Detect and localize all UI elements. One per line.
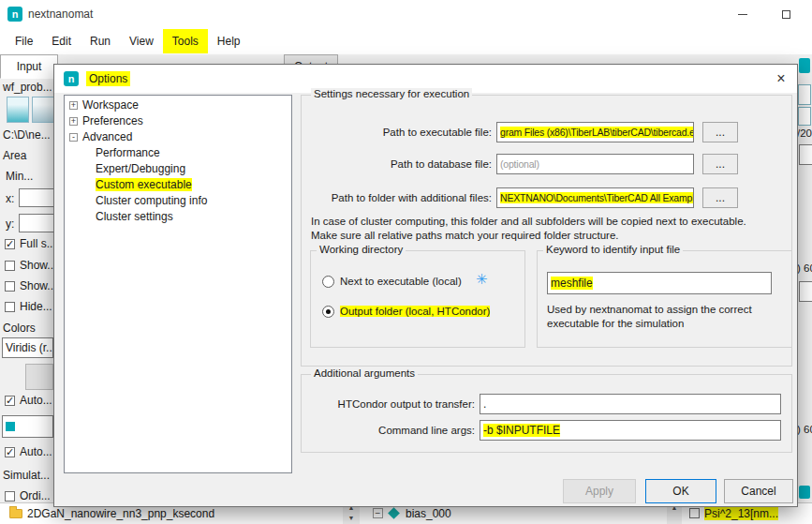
full-scale-label: Full s... bbox=[20, 237, 56, 250]
auto1-checkbox[interactable] bbox=[5, 396, 15, 406]
min-label: Min... bbox=[6, 170, 33, 183]
folder-path-input[interactable]: NEXTNANO\Documents\TiberCAD All Examples bbox=[496, 187, 694, 208]
options-dialog: n Options × Workspace Preferences Advanc… bbox=[53, 64, 798, 507]
hide-checkbox[interactable] bbox=[5, 302, 15, 312]
maximize-icon bbox=[782, 10, 790, 19]
next-to-executable-radio[interactable] bbox=[322, 276, 334, 288]
expander-icon[interactable] bbox=[69, 101, 78, 110]
htcondor-output-label: HTCondor output to transfer: bbox=[302, 394, 475, 414]
db-browse-button[interactable]: ... bbox=[702, 154, 738, 174]
area-label: Area bbox=[3, 149, 26, 162]
tree-item-performance[interactable]: Performance bbox=[96, 146, 160, 159]
minimize-button[interactable] bbox=[721, 0, 764, 28]
bias-item[interactable]: bias_000 bbox=[406, 507, 451, 520]
working-directory-title: Working directory bbox=[317, 244, 406, 255]
keyword-group: Keyword to identify input file meshfile … bbox=[537, 250, 792, 348]
psi-item[interactable]: Psi^2_13[nm... bbox=[704, 507, 778, 520]
menu-edit[interactable]: Edit bbox=[42, 29, 81, 53]
thumbnail-chart-icon[interactable] bbox=[7, 97, 29, 123]
colormap-select[interactable]: Viridis (r... bbox=[2, 337, 53, 358]
output-folder-radio[interactable] bbox=[322, 306, 334, 318]
folder-icon bbox=[9, 509, 22, 518]
close-icon[interactable]: × bbox=[763, 65, 799, 92]
working-directory-group: Working directory Next to executable (lo… bbox=[310, 250, 525, 348]
teal-fragment-icon bbox=[799, 486, 810, 499]
menu-bar: File Edit Run View Tools Help bbox=[0, 28, 812, 54]
keyword-desc-line2: executable for the simulation bbox=[547, 318, 684, 329]
db-path-label: Path to database file: bbox=[306, 154, 492, 174]
tree-item-preferences[interactable]: Preferences bbox=[82, 114, 143, 127]
htcondor-output-value: . bbox=[483, 397, 486, 411]
colorbar-preview bbox=[25, 364, 53, 390]
command-line-args-input[interactable]: -b $INPUTFILE bbox=[480, 420, 781, 441]
menu-view[interactable]: View bbox=[120, 29, 163, 53]
db-path-input[interactable]: (optional) bbox=[496, 154, 694, 174]
tree-item-cluster-settings[interactable]: Cluster settings bbox=[96, 210, 173, 223]
toolbar-fragment-icon bbox=[799, 58, 810, 73]
show1-label: Show... bbox=[20, 259, 56, 272]
window-title: nextnanomat bbox=[28, 7, 93, 21]
cluster-note-line1: In case of cluster computing, this folde… bbox=[311, 216, 746, 227]
tree-item-expert-debugging[interactable]: Expert/Debugging bbox=[96, 162, 185, 175]
auto2-checkbox[interactable] bbox=[5, 447, 15, 457]
expander-icon[interactable] bbox=[69, 117, 78, 126]
tree-item-custom-executable[interactable]: Custom executable bbox=[96, 178, 192, 191]
show2-label: Show... bbox=[20, 279, 56, 292]
tab-input[interactable]: Input bbox=[0, 54, 58, 79]
full-scale-checkbox[interactable] bbox=[5, 239, 15, 249]
window-title-bar: n nextnanomat bbox=[0, 0, 812, 28]
doc-fragment-icon bbox=[798, 84, 811, 105]
expander-icon[interactable] bbox=[69, 133, 78, 142]
folder-browse-button[interactable]: ... bbox=[702, 187, 738, 208]
field-fragment bbox=[799, 144, 812, 165]
colors-label: Colors bbox=[3, 322, 36, 335]
auto2-label: Auto... bbox=[20, 445, 52, 458]
doc-fragment-icon bbox=[798, 107, 811, 126]
show1-checkbox[interactable] bbox=[5, 261, 15, 271]
psi-checkbox[interactable] bbox=[689, 508, 700, 518]
command-line-args-value: -b $INPUTFILE bbox=[483, 424, 560, 437]
color-swatch-icon bbox=[6, 422, 15, 431]
keyword-input[interactable]: meshfile bbox=[547, 272, 772, 294]
tree-item-advanced[interactable]: Advanced bbox=[82, 130, 132, 143]
tree-item-workspace[interactable]: Workspace bbox=[82, 98, 139, 112]
next-to-executable-label: Next to executable (local) bbox=[340, 276, 462, 287]
tree-collapse-icon[interactable]: − bbox=[373, 508, 383, 518]
scroll-down-icon[interactable]: ▼ bbox=[343, 513, 360, 523]
cancel-button[interactable]: Cancel bbox=[724, 479, 793, 503]
keyword-desc-line1: Used by nextnanomat to assign the correc… bbox=[547, 304, 752, 315]
tree-item-cluster-computing-info[interactable]: Cluster computing info bbox=[96, 194, 207, 207]
menu-tools[interactable]: Tools bbox=[163, 29, 208, 53]
menu-help[interactable]: Help bbox=[208, 29, 250, 53]
colormap-value: Viridis (r... bbox=[6, 341, 53, 354]
y-label: y: bbox=[6, 217, 14, 231]
thumbnail-chart2-icon[interactable] bbox=[32, 97, 54, 123]
field-fragment bbox=[799, 281, 812, 302]
htcondor-output-input[interactable]: . bbox=[480, 394, 781, 414]
menu-run[interactable]: Run bbox=[81, 29, 120, 53]
menu-file[interactable]: File bbox=[6, 29, 42, 53]
keyword-group-title: Keyword to identify input file bbox=[543, 244, 683, 255]
output-folder-label: Output folder (local, HTCondor) bbox=[340, 306, 490, 317]
left-dropdown[interactable] bbox=[2, 415, 53, 438]
right-fragment-text: ) 60... bbox=[797, 424, 812, 435]
right-fragment-text: ) 60... bbox=[797, 262, 812, 274]
show2-checkbox[interactable] bbox=[5, 281, 15, 292]
file-list-item[interactable]: 2DGaN_nanowire_nn3_pnp_ksecond bbox=[27, 507, 214, 520]
exec-browse-button[interactable]: ... bbox=[702, 122, 738, 142]
db-path-value: (optional) bbox=[500, 158, 539, 170]
apply-button[interactable]: Apply bbox=[563, 479, 636, 503]
folder-path-label: Path to folder with additional files: bbox=[306, 187, 492, 208]
x-label: x: bbox=[6, 192, 14, 205]
ordi-label: Ordi... bbox=[20, 489, 51, 502]
command-line-args-label: Command line args: bbox=[302, 420, 475, 441]
maximize-button[interactable] bbox=[764, 0, 807, 28]
ok-button[interactable]: OK bbox=[645, 479, 716, 503]
additional-arguments-title: Additional arguments bbox=[311, 367, 418, 379]
cluster-note-line2: Make sure all relative paths match your … bbox=[311, 230, 619, 241]
simulation-label: Simulat... bbox=[3, 469, 50, 482]
ordi-checkbox[interactable] bbox=[5, 491, 15, 502]
options-tree: Workspace Preferences Advanced Performan… bbox=[64, 95, 292, 473]
dialog-logo-icon: n bbox=[64, 71, 79, 86]
exec-path-input[interactable]: gram Files (x86)\TiberLAB\tiberCAD\tiber… bbox=[496, 122, 694, 142]
